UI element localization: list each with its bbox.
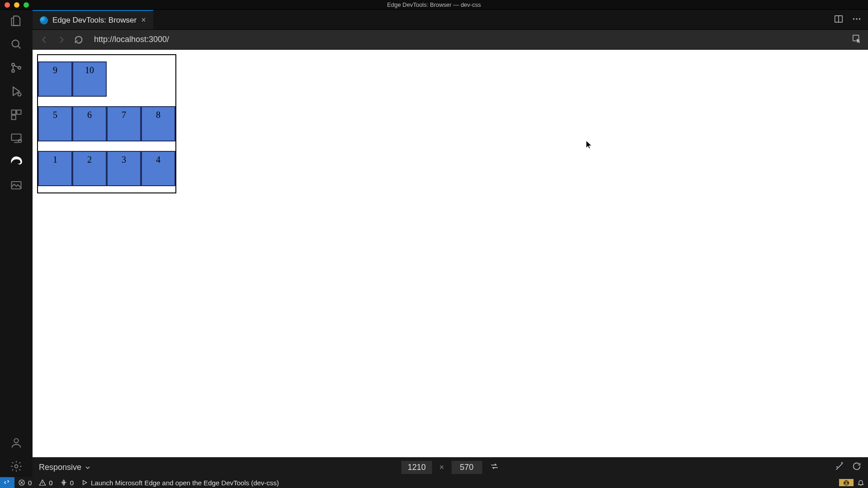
flex-cell: 1 — [38, 151, 72, 186]
close-window-button[interactable] — [5, 2, 10, 8]
split-editor-icon[interactable] — [834, 14, 844, 26]
close-tab-button[interactable]: × — [141, 15, 146, 25]
remote-explorer-icon[interactable] — [10, 132, 23, 145]
rotate-viewport-button[interactable] — [489, 461, 499, 474]
forward-button[interactable] — [56, 34, 67, 45]
more-actions-icon[interactable] — [852, 14, 862, 26]
address-bar[interactable] — [90, 32, 845, 47]
chevron-down-icon — [84, 464, 91, 471]
inspect-element-icon[interactable] — [852, 34, 862, 46]
svg-point-3 — [18, 66, 21, 69]
svg-point-20 — [844, 482, 846, 483]
flex-cell: 4 — [141, 151, 175, 186]
svg-point-2 — [12, 70, 14, 72]
remote-indicator[interactable] — [0, 477, 14, 488]
flex-cell: 6 — [72, 106, 107, 141]
problems-warnings[interactable]: 0 — [35, 477, 56, 488]
status-bar: 0 0 0 Launch Microsoft Edge and open the… — [0, 477, 868, 488]
edge-logo-icon — [40, 16, 48, 24]
workbench: Edge DevTools: Browser × — [0, 10, 868, 477]
svg-point-9 — [19, 139, 22, 142]
ports-forwarded[interactable]: 0 — [57, 477, 77, 488]
tab-actions — [834, 10, 868, 29]
rendered-page: 1 2 3 4 5 6 7 8 9 10 — [37, 54, 176, 193]
flex-cell: 3 — [107, 151, 141, 186]
refresh-device-icon[interactable] — [852, 461, 862, 474]
browser-toolbar — [33, 30, 868, 50]
macos-titlebar: Edge DevTools: Browser — dev-css — [0, 0, 868, 10]
viewport-height-input[interactable] — [451, 461, 482, 474]
device-toolbar: Responsive × — [33, 457, 868, 477]
ports-count: 0 — [70, 479, 74, 487]
viewport-width-input[interactable] — [401, 461, 432, 474]
debug-config-label: Launch Microsoft Edge and open the Edge … — [91, 479, 279, 487]
flex-cell: 2 — [72, 151, 107, 186]
flex-cell: 7 — [107, 106, 141, 141]
svg-point-12 — [15, 465, 18, 468]
tab-row: Edge DevTools: Browser × — [33, 10, 868, 30]
device-select[interactable]: Responsive — [39, 463, 91, 472]
images-icon[interactable] — [10, 179, 23, 192]
settings-gear-icon[interactable] — [10, 460, 23, 473]
debug-configuration[interactable]: Launch Microsoft Edge and open the Edge … — [77, 477, 283, 488]
explorer-icon[interactable] — [10, 14, 23, 27]
problems-errors[interactable]: 0 — [14, 477, 35, 488]
magic-wand-icon[interactable] — [835, 461, 844, 474]
dimension-separator: × — [439, 463, 444, 472]
viewport-dimensions: × — [401, 461, 500, 474]
back-button[interactable] — [39, 34, 50, 45]
svg-point-11 — [14, 439, 18, 443]
device-mode-label: Responsive — [39, 463, 81, 472]
svg-point-4 — [18, 93, 21, 96]
flex-cell: 10 — [72, 61, 107, 97]
run-debug-icon[interactable] — [10, 85, 23, 98]
svg-rect-7 — [12, 115, 16, 119]
minimize-window-button[interactable] — [14, 2, 19, 8]
edge-devtools-icon[interactable] — [10, 155, 23, 168]
flex-container: 1 2 3 4 5 6 7 8 9 10 — [37, 54, 176, 193]
warnings-count: 0 — [49, 479, 52, 487]
svg-point-0 — [12, 40, 19, 47]
copilot-status-icon[interactable] — [839, 479, 854, 486]
search-icon[interactable] — [10, 38, 23, 51]
tab-label: Edge DevTools: Browser — [52, 16, 137, 25]
account-icon[interactable] — [10, 436, 23, 449]
flex-cell: 5 — [38, 106, 72, 141]
traffic-lights — [0, 2, 29, 8]
reload-button[interactable] — [73, 34, 84, 45]
errors-count: 0 — [28, 479, 32, 487]
flex-cell: 9 — [38, 61, 72, 97]
tab-edge-devtools-browser[interactable]: Edge DevTools: Browser × — [33, 10, 153, 29]
source-control-icon[interactable] — [10, 61, 23, 74]
svg-point-15 — [856, 18, 857, 19]
window-title: Edge DevTools: Browser — dev-css — [0, 1, 868, 8]
editor-area: Edge DevTools: Browser × — [33, 10, 868, 477]
svg-rect-5 — [12, 110, 16, 114]
svg-rect-6 — [17, 110, 21, 114]
activity-bar — [0, 10, 33, 477]
svg-point-14 — [853, 18, 854, 19]
flex-cell: 8 — [141, 106, 175, 141]
svg-point-16 — [859, 18, 860, 19]
maximize-window-button[interactable] — [24, 2, 29, 8]
extensions-icon[interactable] — [10, 108, 23, 121]
browser-viewport[interactable]: 1 2 3 4 5 6 7 8 9 10 — [33, 50, 868, 457]
svg-point-21 — [847, 482, 848, 483]
notifications-bell-icon[interactable] — [854, 479, 868, 486]
